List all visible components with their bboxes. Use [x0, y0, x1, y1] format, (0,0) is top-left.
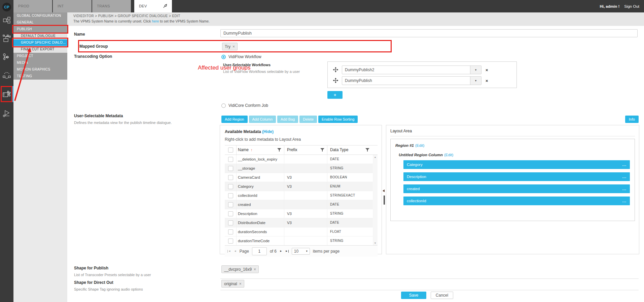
- workflow-select[interactable]: DummyPublish2 ▾: [342, 66, 481, 74]
- nav-global-configuration[interactable]: GLOBAL CONFIGURATION: [13, 12, 67, 19]
- nav-final-cut-export[interactable]: FINAL CUT EXPORT: [13, 46, 67, 53]
- chip-remove-icon[interactable]: ×: [239, 282, 242, 286]
- row-checkbox[interactable]: [228, 184, 233, 189]
- enable-row-sorting-button[interactable]: Enable Row Sorting: [318, 116, 358, 123]
- col-prefix[interactable]: Prefix: [287, 145, 297, 155]
- nav-motion-graphics[interactable]: MOTION GRAPHICS: [13, 66, 67, 73]
- row-checkbox[interactable]: [228, 229, 233, 234]
- items-per-page-select[interactable]: 10 ▾: [292, 248, 310, 255]
- table-row[interactable]: __deletion_lock_expiryDATE: [225, 155, 378, 164]
- workflow-icon[interactable]: [2, 53, 11, 61]
- last-page-icon[interactable]: ►: [285, 250, 289, 253]
- scroll-down-icon[interactable]: ▼: [373, 242, 378, 244]
- tab-int[interactable]: INT: [53, 0, 92, 12]
- select-all-checkbox[interactable]: [228, 147, 233, 153]
- col-data-type[interactable]: Data Type: [330, 145, 348, 155]
- table-row[interactable]: durationTimeCodeSTRING: [225, 236, 378, 245]
- row-checkbox[interactable]: [228, 193, 233, 198]
- table-row[interactable]: DistributionDateV3DATE: [225, 218, 378, 227]
- nav-testing[interactable]: TESTING: [13, 73, 67, 80]
- shape-direct-field[interactable]: original×: [221, 280, 244, 288]
- filter-icon[interactable]: [320, 148, 324, 152]
- add-workflow-button[interactable]: +: [327, 91, 343, 99]
- table-row[interactable]: __storageSTRING: [225, 164, 378, 173]
- table-row[interactable]: CameraCardV3BOOLEAN: [225, 173, 378, 182]
- radio-unselected-icon[interactable]: [221, 103, 226, 108]
- chip-remove-icon[interactable]: ×: [254, 267, 256, 271]
- shape-publish-field[interactable]: __dvcpro_16x9×: [221, 265, 259, 273]
- row-checkbox[interactable]: [228, 157, 233, 162]
- field-options-icon[interactable]: ...: [622, 163, 627, 167]
- field-options-icon[interactable]: ...: [622, 175, 627, 179]
- layout-field[interactable]: Description...: [403, 172, 630, 181]
- mapped-group-field[interactable]: Try×: [222, 43, 238, 50]
- radio-selected-icon[interactable]: [221, 55, 226, 59]
- scroll-up-icon[interactable]: ▲: [373, 156, 378, 158]
- layout-field[interactable]: Category...: [403, 160, 630, 169]
- drag-handle-icon[interactable]: [333, 78, 338, 83]
- page-number-input[interactable]: [252, 247, 267, 255]
- table-row[interactable]: CategoryV3ENUM: [225, 182, 378, 191]
- row-checkbox[interactable]: [228, 166, 233, 171]
- assets-cubes-icon[interactable]: [2, 16, 11, 25]
- filter-icon[interactable]: [277, 148, 281, 152]
- radio-vidicore-conform-job[interactable]: VidiCore Conform Job: [221, 103, 268, 108]
- collapse-pane-icon[interactable]: [383, 189, 385, 192]
- workflow-remove-icon[interactable]: ×: [486, 78, 488, 83]
- region-edit-link[interactable]: (Edit): [415, 143, 424, 147]
- vpms-here-link[interactable]: here: [152, 19, 159, 23]
- tab-prod[interactable]: PROD: [13, 0, 52, 12]
- table-scrollbar[interactable]: ▲ ▼: [373, 155, 378, 245]
- add-column-button[interactable]: Add Column: [249, 116, 276, 123]
- row-checkbox[interactable]: [228, 202, 233, 207]
- field-options-icon[interactable]: ...: [622, 199, 627, 203]
- topology-icon[interactable]: [2, 34, 11, 43]
- workflow-remove-icon[interactable]: ×: [486, 68, 488, 73]
- nav-default-dialogue[interactable]: DEFAULT DIALOGUE: [13, 33, 67, 39]
- row-checkbox[interactable]: [228, 175, 233, 180]
- chip-remove-icon[interactable]: ×: [232, 45, 235, 49]
- cp-logo[interactable]: CP: [2, 3, 11, 11]
- table-row[interactable]: DescriptionV3STRING: [225, 209, 378, 218]
- chevron-down-icon[interactable]: ▾: [470, 77, 481, 85]
- column-edit-link[interactable]: (Edit): [444, 153, 453, 157]
- first-page-icon[interactable]: ◄: [227, 250, 231, 253]
- table-row[interactable]: durationSecondsFLOAT: [225, 227, 378, 236]
- col-name[interactable]: Name: [238, 145, 249, 155]
- sign-out-link[interactable]: Sign Out: [624, 4, 639, 8]
- collaboration-icon[interactable]: [2, 71, 11, 80]
- next-page-icon[interactable]: ►: [280, 250, 282, 253]
- nav-general[interactable]: GENERAL: [13, 19, 67, 26]
- chevron-down-icon[interactable]: ▾: [470, 66, 481, 74]
- drag-handle-icon[interactable]: [333, 67, 338, 73]
- cancel-button[interactable]: Cancel: [431, 292, 453, 299]
- filter-icon[interactable]: [365, 148, 369, 152]
- add-region-button[interactable]: Add Region: [221, 116, 248, 123]
- table-row[interactable]: createdDATE: [225, 200, 378, 209]
- layout-field[interactable]: created...: [403, 184, 630, 193]
- info-button[interactable]: Info: [625, 116, 639, 123]
- save-button[interactable]: Save: [401, 292, 426, 299]
- tab-trans[interactable]: TRANS: [92, 0, 131, 12]
- table-row[interactable]: collectionIdSTRINGEXACT: [225, 191, 378, 200]
- hide-link[interactable]: (Hide): [262, 129, 274, 134]
- plug-icon[interactable]: [163, 3, 168, 9]
- field-options-icon[interactable]: ...: [622, 187, 627, 191]
- tab-dev[interactable]: DEV: [134, 0, 172, 12]
- layout-field[interactable]: collectionId...: [403, 197, 630, 205]
- editor-icon[interactable]: [2, 90, 11, 98]
- workflow-select[interactable]: DummyPublish ▾: [342, 76, 481, 85]
- radio-vidiflow-workflow[interactable]: VidiFlow Workflow: [221, 54, 261, 59]
- row-checkbox[interactable]: [228, 220, 233, 225]
- nav-publish[interactable]: PUBLISH: [13, 26, 67, 33]
- add-bag-button[interactable]: Add Bag: [277, 116, 298, 123]
- name-input[interactable]: [220, 29, 638, 37]
- nav-project[interactable]: PROJECT: [13, 53, 67, 59]
- row-checkbox[interactable]: [228, 239, 233, 244]
- nav-group-specific-dialogue[interactable]: GROUP SPECIFIC DIALO...: [13, 39, 67, 46]
- prev-page-icon[interactable]: ◄: [234, 250, 237, 253]
- delete-button[interactable]: Delete: [299, 116, 317, 123]
- nav-media[interactable]: MEDIA: [13, 59, 67, 66]
- splitter-handle[interactable]: [384, 196, 385, 205]
- publish-icon[interactable]: [2, 109, 11, 118]
